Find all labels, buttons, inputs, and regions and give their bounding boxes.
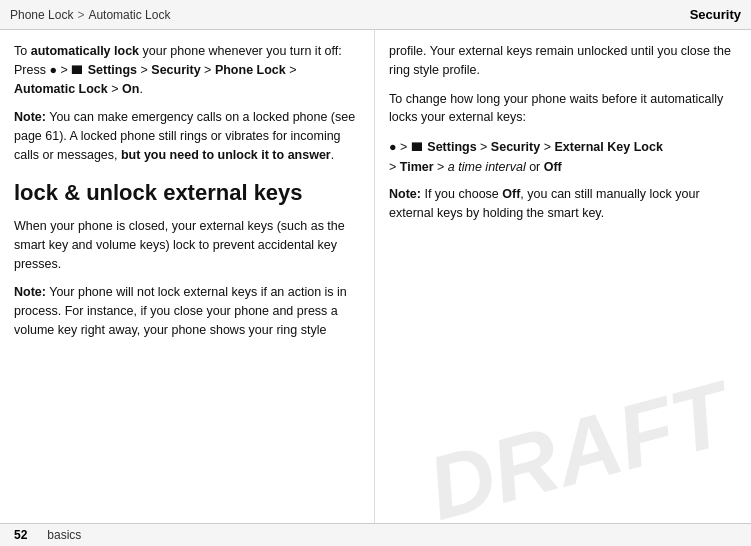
grid-icon-left: ⯀ [71, 63, 84, 77]
content-area: To automatically lock your phone wheneve… [0, 30, 751, 523]
page-container: Phone Lock > Automatic Lock Security To … [0, 0, 751, 546]
left-column: To automatically lock your phone wheneve… [0, 30, 375, 523]
header-bar: Phone Lock > Automatic Lock Security [0, 0, 751, 30]
menu-path-right: ● > ⯀ Settings > Security > External Key… [389, 137, 737, 177]
settings-label: Settings [88, 63, 137, 77]
bullet-symbol: ● [49, 63, 57, 77]
security-label-right: Security [491, 140, 540, 154]
note3-block: Note: If you choose Off, you can still m… [389, 185, 737, 223]
on-label: On [122, 82, 139, 96]
draft-watermark: DRAFT [418, 362, 739, 523]
note2-label: Note: [14, 285, 46, 299]
section-heading: lock & unlock external keys [14, 179, 360, 208]
note1-label: Note: [14, 110, 46, 124]
note1-bold: but you need to unlock it to answer [121, 148, 331, 162]
settings-label-right: Settings [427, 140, 476, 154]
right-para1: profile. Your external keys remain unloc… [389, 42, 737, 80]
bullet-symbol-right: ● [389, 140, 397, 154]
body-para1: When your phone is closed, your external… [14, 217, 360, 273]
auto-lock-label: Automatic Lock [14, 82, 108, 96]
breadcrumb-arrow: > [77, 8, 84, 22]
breadcrumb: Phone Lock > Automatic Lock [10, 8, 170, 22]
breadcrumb-automatic-lock: Automatic Lock [88, 8, 170, 22]
page-number: 52 [14, 528, 27, 542]
page-footer: 52 basics [0, 523, 751, 546]
note2-text: Your phone will not lock external keys i… [14, 285, 347, 337]
external-key-lock-label: External Key Lock [554, 140, 662, 154]
intro-paragraph: To automatically lock your phone wheneve… [14, 42, 360, 98]
footer-section-label: basics [47, 528, 81, 542]
security-label-left: Security [151, 63, 200, 77]
note3-off: Off [502, 187, 520, 201]
breadcrumb-phone-lock: Phone Lock [10, 8, 73, 22]
note2-block: Note: Your phone will not lock external … [14, 283, 360, 339]
auto-lock-bold: automatically lock [31, 44, 139, 58]
right-para2: To change how long your phone waits befo… [389, 90, 737, 128]
timer-label: Timer [400, 160, 434, 174]
note3-label: Note: [389, 187, 421, 201]
right-column: profile. Your external keys remain unloc… [375, 30, 751, 523]
note1-block: Note: You can make emergency calls on a … [14, 108, 360, 164]
note3-text: If you choose [424, 187, 502, 201]
phone-lock-label: Phone Lock [215, 63, 286, 77]
off-label: Off [544, 160, 562, 174]
time-interval-label: a time interval [448, 160, 526, 174]
grid-icon-right: ⯀ [411, 140, 424, 154]
section-title: Security [690, 7, 741, 22]
